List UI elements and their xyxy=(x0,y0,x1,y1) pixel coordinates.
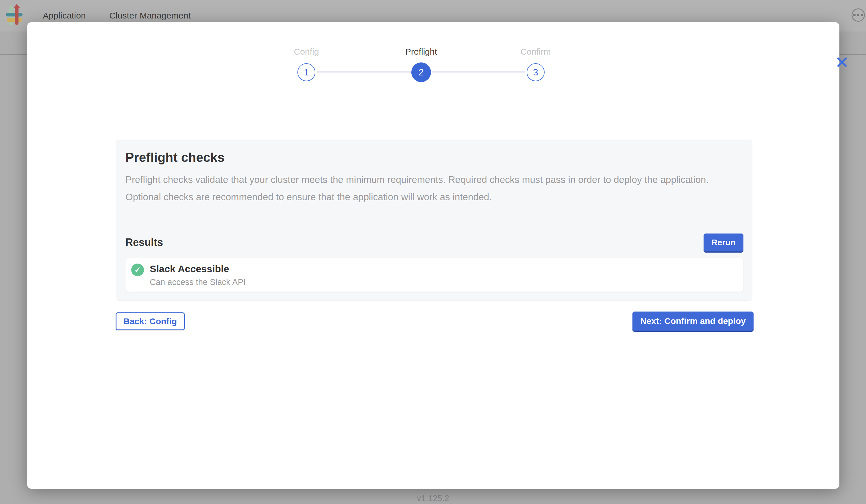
step-config-label: Config xyxy=(269,46,344,57)
step-confirm-label: Confirm xyxy=(498,46,573,57)
check-icon: ✓ xyxy=(131,264,144,276)
panel-title: Preflight checks xyxy=(125,150,743,165)
back-config-button[interactable]: Back: Config xyxy=(115,312,185,330)
result-name: Slack Accessible xyxy=(150,263,246,275)
panel-description: Preflight checks validate that your clus… xyxy=(125,171,735,206)
rerun-button[interactable]: Rerun xyxy=(703,234,743,251)
logo-green-arrow xyxy=(9,9,13,25)
preflight-panel: Preflight checks Preflight checks valida… xyxy=(115,139,752,301)
logo-red-arrow xyxy=(15,8,19,25)
close-icon[interactable] xyxy=(834,55,850,70)
app-logo-icon xyxy=(6,4,24,26)
logo-teal-bar xyxy=(6,13,23,16)
results-title: Results xyxy=(125,236,163,248)
dot xyxy=(861,14,863,16)
step-config: Config 1 xyxy=(269,46,344,81)
step-preflight-circle[interactable]: 2 xyxy=(411,63,431,82)
step-confirm-circle[interactable]: 3 xyxy=(527,63,545,81)
logo-red-arrowhead xyxy=(13,4,20,8)
step-preflight: Preflight 2 xyxy=(384,46,459,82)
dot xyxy=(857,14,859,16)
preflight-modal: Config 1 Preflight 2 Confirm 3 Preflight… xyxy=(27,22,840,489)
step-confirm: Confirm 3 xyxy=(498,46,573,81)
ellipsis-menu-icon[interactable] xyxy=(852,8,865,22)
results-header: Results Rerun xyxy=(125,234,743,251)
dot xyxy=(853,14,856,16)
app-version-label: v1.125.2 xyxy=(0,494,866,503)
preflight-result-row: ✓ Slack Accessible Can access the Slack … xyxy=(125,258,743,292)
result-detail: Can access the Slack API xyxy=(150,277,246,287)
step-config-circle[interactable]: 1 xyxy=(298,63,315,81)
logo-gold-bar xyxy=(7,18,22,22)
result-texts: Slack Accessible Can access the Slack AP… xyxy=(150,263,246,287)
step-preflight-label: Preflight xyxy=(384,46,459,57)
next-confirm-deploy-button[interactable]: Next: Confirm and deploy xyxy=(632,312,754,331)
